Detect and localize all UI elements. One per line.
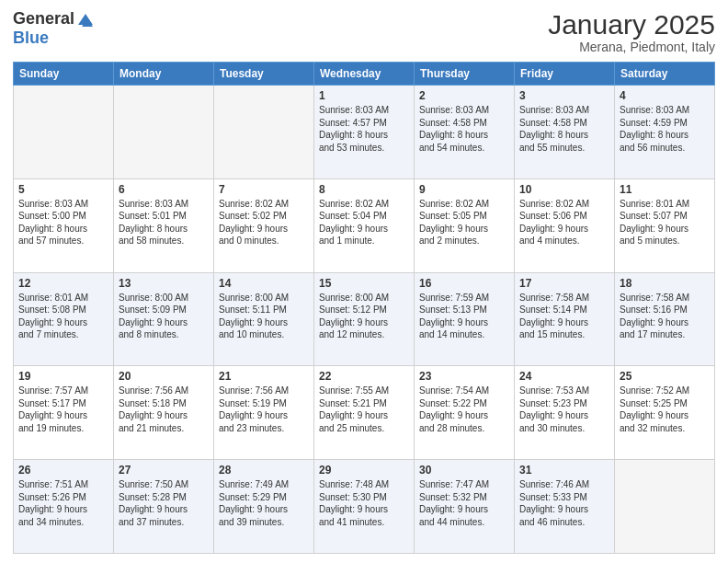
- calendar-cell: 18Sunrise: 7:58 AM Sunset: 5:16 PM Dayli…: [615, 272, 715, 366]
- day-info: Sunrise: 8:03 AM Sunset: 4:57 PM Dayligh…: [319, 104, 409, 154]
- day-number: 1: [319, 89, 409, 102]
- calendar-cell: [214, 86, 314, 179]
- calendar-cell: 24Sunrise: 7:53 AM Sunset: 5:23 PM Dayli…: [515, 366, 615, 460]
- day-number: 23: [419, 370, 509, 383]
- day-number: 22: [319, 370, 409, 383]
- calendar-cell: [14, 86, 114, 179]
- calendar-cell: [114, 86, 214, 179]
- day-info: Sunrise: 8:02 AM Sunset: 5:06 PM Dayligh…: [519, 198, 609, 247]
- calendar-cell: 9Sunrise: 8:02 AM Sunset: 5:05 PM Daylig…: [415, 178, 515, 272]
- day-number: 31: [519, 464, 609, 477]
- day-number: 18: [620, 277, 710, 290]
- day-info: Sunrise: 7:48 AM Sunset: 5:30 PM Dayligh…: [319, 478, 409, 528]
- calendar-cell: 19Sunrise: 7:57 AM Sunset: 5:17 PM Dayli…: [14, 366, 114, 460]
- day-number: 13: [119, 277, 209, 290]
- calendar-cell: 22Sunrise: 7:55 AM Sunset: 5:21 PM Dayli…: [314, 366, 415, 460]
- day-info: Sunrise: 8:00 AM Sunset: 5:12 PM Dayligh…: [319, 292, 409, 341]
- day-info: Sunrise: 7:49 AM Sunset: 5:29 PM Dayligh…: [219, 478, 309, 528]
- calendar-cell: 3Sunrise: 8:03 AM Sunset: 4:58 PM Daylig…: [515, 86, 615, 179]
- calendar-cell: 13Sunrise: 8:00 AM Sunset: 5:09 PM Dayli…: [114, 272, 214, 366]
- logo: General Blue: [13, 9, 95, 48]
- calendar-row-1: 5Sunrise: 8:03 AM Sunset: 5:00 PM Daylig…: [14, 178, 715, 272]
- weekday-header-wednesday: Wednesday: [314, 63, 415, 86]
- day-info: Sunrise: 8:02 AM Sunset: 5:02 PM Dayligh…: [219, 198, 309, 247]
- calendar-cell: 23Sunrise: 7:54 AM Sunset: 5:22 PM Dayli…: [415, 366, 515, 460]
- day-number: 21: [219, 370, 309, 383]
- day-info: Sunrise: 8:03 AM Sunset: 4:58 PM Dayligh…: [519, 104, 609, 154]
- calendar-row-4: 26Sunrise: 7:51 AM Sunset: 5:26 PM Dayli…: [14, 460, 715, 554]
- day-number: 12: [18, 277, 108, 290]
- calendar-cell: 12Sunrise: 8:01 AM Sunset: 5:08 PM Dayli…: [14, 272, 114, 366]
- calendar-cell: [615, 460, 715, 554]
- weekday-header-friday: Friday: [515, 63, 615, 86]
- day-info: Sunrise: 7:58 AM Sunset: 5:14 PM Dayligh…: [519, 292, 609, 341]
- day-number: 7: [219, 183, 309, 196]
- logo-icon: [76, 10, 95, 29]
- day-number: 6: [119, 183, 209, 196]
- calendar-cell: 21Sunrise: 7:56 AM Sunset: 5:19 PM Dayli…: [214, 366, 314, 460]
- day-info: Sunrise: 7:50 AM Sunset: 5:28 PM Dayligh…: [119, 478, 209, 528]
- calendar-cell: 5Sunrise: 8:03 AM Sunset: 5:00 PM Daylig…: [14, 178, 114, 272]
- weekday-header-saturday: Saturday: [615, 63, 715, 86]
- day-number: 4: [620, 89, 710, 102]
- weekday-header-thursday: Thursday: [415, 63, 515, 86]
- logo-blue-text: Blue: [13, 29, 49, 48]
- month-title: January 2025: [548, 9, 715, 40]
- calendar-row-2: 12Sunrise: 8:01 AM Sunset: 5:08 PM Dayli…: [14, 272, 715, 366]
- day-number: 29: [319, 464, 409, 477]
- day-info: Sunrise: 8:02 AM Sunset: 5:04 PM Dayligh…: [319, 198, 409, 247]
- calendar-cell: 2Sunrise: 8:03 AM Sunset: 4:58 PM Daylig…: [415, 86, 515, 179]
- day-info: Sunrise: 7:56 AM Sunset: 5:19 PM Dayligh…: [219, 385, 309, 434]
- page: General Blue January 2025 Merana, Piedmo…: [0, 0, 728, 563]
- day-info: Sunrise: 7:58 AM Sunset: 5:16 PM Dayligh…: [620, 292, 710, 341]
- day-info: Sunrise: 8:03 AM Sunset: 5:00 PM Dayligh…: [18, 198, 108, 247]
- day-number: 25: [620, 370, 710, 383]
- day-info: Sunrise: 7:52 AM Sunset: 5:25 PM Dayligh…: [620, 385, 710, 434]
- day-info: Sunrise: 8:00 AM Sunset: 5:09 PM Dayligh…: [119, 292, 209, 341]
- calendar-cell: 26Sunrise: 7:51 AM Sunset: 5:26 PM Dayli…: [14, 460, 114, 554]
- day-number: 8: [319, 183, 409, 196]
- calendar-row-3: 19Sunrise: 7:57 AM Sunset: 5:17 PM Dayli…: [14, 366, 715, 460]
- day-number: 15: [319, 277, 409, 290]
- day-info: Sunrise: 7:56 AM Sunset: 5:18 PM Dayligh…: [119, 385, 209, 434]
- calendar-row-0: 1Sunrise: 8:03 AM Sunset: 4:57 PM Daylig…: [14, 86, 715, 179]
- day-info: Sunrise: 7:59 AM Sunset: 5:13 PM Dayligh…: [419, 292, 509, 341]
- weekday-header-sunday: Sunday: [14, 63, 114, 86]
- day-number: 30: [419, 464, 509, 477]
- calendar-cell: 27Sunrise: 7:50 AM Sunset: 5:28 PM Dayli…: [114, 460, 214, 554]
- day-number: 20: [119, 370, 209, 383]
- header-right: January 2025 Merana, Piedmont, Italy: [548, 9, 715, 54]
- day-number: 9: [419, 183, 509, 196]
- day-info: Sunrise: 8:01 AM Sunset: 5:08 PM Dayligh…: [18, 292, 108, 341]
- weekday-header-tuesday: Tuesday: [214, 63, 314, 86]
- calendar-cell: 1Sunrise: 8:03 AM Sunset: 4:57 PM Daylig…: [314, 86, 415, 179]
- calendar-cell: 7Sunrise: 8:02 AM Sunset: 5:02 PM Daylig…: [214, 178, 314, 272]
- day-number: 10: [519, 183, 609, 196]
- calendar-cell: 16Sunrise: 7:59 AM Sunset: 5:13 PM Dayli…: [415, 272, 515, 366]
- calendar-cell: 10Sunrise: 8:02 AM Sunset: 5:06 PM Dayli…: [515, 178, 615, 272]
- location-title: Merana, Piedmont, Italy: [548, 40, 715, 54]
- day-number: 28: [219, 464, 309, 477]
- header: General Blue January 2025 Merana, Piedmo…: [13, 9, 715, 54]
- day-number: 3: [519, 89, 609, 102]
- calendar-cell: 15Sunrise: 8:00 AM Sunset: 5:12 PM Dayli…: [314, 272, 415, 366]
- calendar-cell: 28Sunrise: 7:49 AM Sunset: 5:29 PM Dayli…: [214, 460, 314, 554]
- calendar-cell: 4Sunrise: 8:03 AM Sunset: 4:59 PM Daylig…: [615, 86, 715, 179]
- calendar-cell: 29Sunrise: 7:48 AM Sunset: 5:30 PM Dayli…: [314, 460, 415, 554]
- calendar-cell: 31Sunrise: 7:46 AM Sunset: 5:33 PM Dayli…: [515, 460, 615, 554]
- calendar-cell: 8Sunrise: 8:02 AM Sunset: 5:04 PM Daylig…: [314, 178, 415, 272]
- calendar-cell: 30Sunrise: 7:47 AM Sunset: 5:32 PM Dayli…: [415, 460, 515, 554]
- logo-general-text: General: [13, 9, 74, 29]
- day-info: Sunrise: 8:02 AM Sunset: 5:05 PM Dayligh…: [419, 198, 509, 247]
- calendar-cell: 6Sunrise: 8:03 AM Sunset: 5:01 PM Daylig…: [114, 178, 214, 272]
- day-number: 17: [519, 277, 609, 290]
- day-info: Sunrise: 7:46 AM Sunset: 5:33 PM Dayligh…: [519, 478, 609, 528]
- weekday-header-monday: Monday: [114, 63, 214, 86]
- day-number: 2: [419, 89, 509, 102]
- day-number: 19: [18, 370, 108, 383]
- calendar-cell: 20Sunrise: 7:56 AM Sunset: 5:18 PM Dayli…: [114, 366, 214, 460]
- day-number: 5: [18, 183, 108, 196]
- day-number: 16: [419, 277, 509, 290]
- calendar-cell: 14Sunrise: 8:00 AM Sunset: 5:11 PM Dayli…: [214, 272, 314, 366]
- day-info: Sunrise: 7:55 AM Sunset: 5:21 PM Dayligh…: [319, 385, 409, 434]
